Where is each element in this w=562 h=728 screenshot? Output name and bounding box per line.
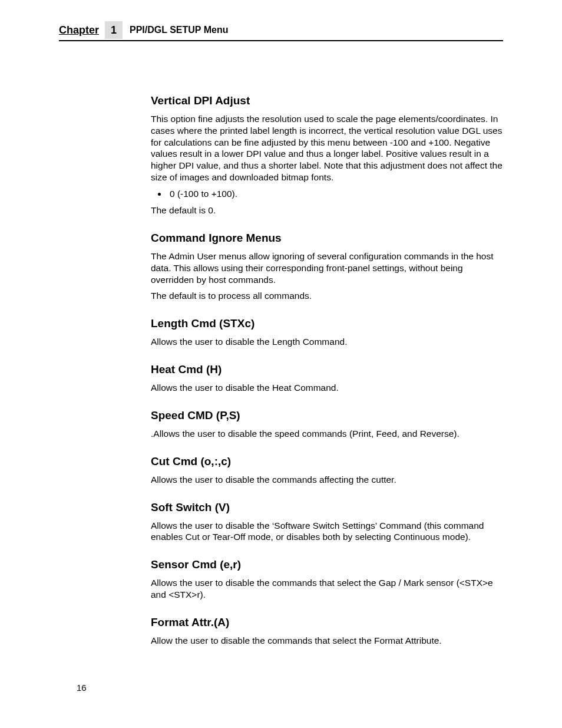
menu-title: PPI/DGL SETUP Menu — [130, 25, 228, 35]
section-heading: Heat Cmd (H) — [151, 363, 503, 376]
section-heading: Soft Switch (V) — [151, 501, 503, 514]
section-body: This option fine adjusts the resolution … — [151, 113, 503, 183]
section-body: Allow the user to disable the commands t… — [151, 635, 503, 647]
section-heading: Vertical DPI Adjust — [151, 94, 503, 107]
section-sensor-cmd: Sensor Cmd (e,r) Allows the user to disa… — [151, 558, 503, 601]
section-body: Allows the user to disable the commands … — [151, 577, 503, 601]
bullet-item: 0 (-100 to +100). — [167, 188, 503, 200]
section-body: The Admin User menus allow ignoring of s… — [151, 251, 503, 285]
page-number: 16 — [77, 683, 87, 693]
section-length-cmd: Length Cmd (STXc) Allows the user to dis… — [151, 317, 503, 348]
section-default: The default is to process all commands. — [151, 290, 503, 302]
section-body: Allows the user to disable the Length Co… — [151, 336, 503, 348]
document-page: Chapter 1 PPI/DGL SETUP Menu Vertical DP… — [0, 0, 562, 728]
section-bullet-list: 0 (-100 to +100). — [151, 188, 503, 200]
section-body: .Allows the user to disable the speed co… — [151, 428, 503, 440]
section-soft-switch: Soft Switch (V) Allows the user to disab… — [151, 501, 503, 543]
section-heading: Format Attr.(A) — [151, 616, 503, 629]
section-body: Allows the user to disable the Heat Comm… — [151, 382, 503, 394]
section-body: Allows the user to disable the commands … — [151, 474, 503, 486]
section-speed-cmd: Speed CMD (P,S) .Allows the user to disa… — [151, 409, 503, 440]
section-body: Allows the user to disable the ‘Software… — [151, 520, 503, 543]
section-heading: Cut Cmd (o,:,c) — [151, 455, 503, 468]
section-format-attr: Format Attr.(A) Allow the user to disabl… — [151, 616, 503, 647]
chapter-label: Chapter — [59, 24, 99, 37]
section-heat-cmd: Heat Cmd (H) Allows the user to disable … — [151, 363, 503, 394]
section-default: The default is 0. — [151, 205, 503, 216]
page-content: Vertical DPI Adjust This option fine adj… — [151, 41, 503, 647]
section-heading: Command Ignore Menus — [151, 232, 503, 245]
section-heading: Speed CMD (P,S) — [151, 409, 503, 422]
page-header: Chapter 1 PPI/DGL SETUP Menu — [59, 21, 503, 41]
section-command-ignore-menus: Command Ignore Menus The Admin User menu… — [151, 232, 503, 302]
section-cut-cmd: Cut Cmd (o,:,c) Allows the user to disab… — [151, 455, 503, 486]
section-heading: Length Cmd (STXc) — [151, 317, 503, 330]
section-vertical-dpi-adjust: Vertical DPI Adjust This option fine adj… — [151, 94, 503, 216]
section-heading: Sensor Cmd (e,r) — [151, 558, 503, 571]
chapter-number: 1 — [105, 21, 123, 39]
